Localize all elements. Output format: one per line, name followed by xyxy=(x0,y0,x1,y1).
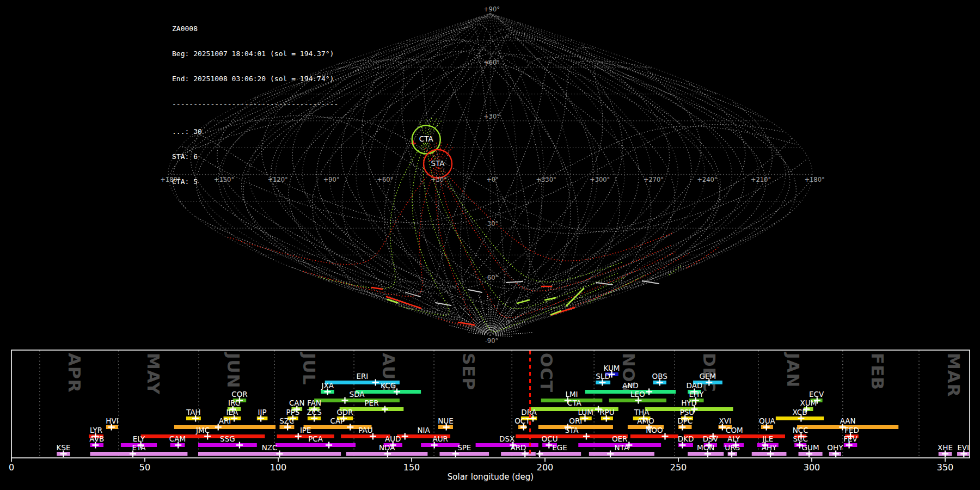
grid-meridian xyxy=(491,14,786,336)
shower-label-irc: IRC xyxy=(228,399,240,407)
month-label-apr: APR xyxy=(65,353,84,393)
shower-label-spe: SPE xyxy=(457,443,471,452)
shower-peak-marker-sda xyxy=(342,397,348,404)
x-axis-title: Solar longitude (deg) xyxy=(448,472,534,482)
observation-info-panel: ZA0008 Beg: 20251007 18:04:01 (sol = 194… xyxy=(172,8,338,203)
shower-row-7: LYRJMCIPEPAUNIASTANOOCOMNCCFED xyxy=(89,426,859,440)
shower-peak-marker-eri xyxy=(372,379,379,386)
shower-label-eri: ERI xyxy=(356,372,368,381)
shower-label-ari: ARI xyxy=(219,416,231,425)
shower-label-rpu: RPU xyxy=(599,408,614,416)
separator-line: --------------------------------------- xyxy=(172,100,338,108)
shower-label-ipe: IPE xyxy=(300,426,311,434)
shower-label-urs: URS xyxy=(725,443,740,452)
shower-label-amo: AMO xyxy=(637,416,654,425)
lon-label: +330° xyxy=(536,176,556,183)
x-tick-label: 200 xyxy=(537,462,554,473)
green-meteor-segment xyxy=(545,298,555,300)
shower-label-kcg: KCG xyxy=(381,381,396,390)
green-meteor-segment xyxy=(517,300,529,303)
shower-label-ahy: AHY xyxy=(762,443,777,452)
shower-bar-eta xyxy=(90,452,188,456)
month-label-jan: JAN xyxy=(783,352,803,388)
shower-label-iea: IEA xyxy=(226,408,239,416)
x-tick-label: 250 xyxy=(670,462,687,473)
shower-label-oer: OER xyxy=(612,434,628,443)
shower-label-gdr: GDR xyxy=(336,408,353,416)
shower-label-dsv: DSV xyxy=(703,434,719,443)
sky-and-timeline-svg: CTASTA+180°+150°+120°+90°+60°+30°+0°+330… xyxy=(0,0,980,490)
shower-label-tha: THA xyxy=(634,408,650,416)
shower-label-xvi: XVI xyxy=(719,416,731,425)
lon-label: +180° xyxy=(804,176,824,183)
shower-label-jle: JLE xyxy=(762,434,773,443)
shower-label-oct: OCT xyxy=(514,416,530,425)
shower-label-fev: FEV xyxy=(843,434,857,443)
pole-fan-ray xyxy=(493,313,504,331)
shower-label-nue: NUE xyxy=(438,416,454,425)
shower-label-ege: EGE xyxy=(552,443,567,452)
shower-label-tah: TAH xyxy=(186,408,201,416)
pole-fan-ray xyxy=(494,309,516,332)
shower-label-and: AND xyxy=(622,381,639,390)
shower-label-sda: SDA xyxy=(350,390,365,399)
shower-peak-marker-ege xyxy=(536,451,543,457)
shower-label-nta: NTA xyxy=(615,443,629,452)
sporadic-count: ...: 30 xyxy=(172,127,338,136)
shower-label-aly: ALY xyxy=(727,434,740,443)
shower-peak-marker-nia xyxy=(402,433,408,440)
screenshot-root: CTASTA+180°+150°+120°+90°+60°+30°+0°+330… xyxy=(0,0,980,490)
lon-label: +240° xyxy=(697,176,717,183)
shower-label-sld: SLD xyxy=(596,372,610,381)
white-meteor-segment xyxy=(468,290,482,292)
shower-label-nia: NIA xyxy=(417,426,430,434)
shower-label-ncc: NCC xyxy=(793,426,808,434)
pole-fan-ray xyxy=(491,305,494,330)
shower-bar-sda xyxy=(314,399,400,402)
shower-peak-marker-and xyxy=(646,389,652,395)
x-axis: 050100150200250300350Solar longitude (de… xyxy=(9,458,953,482)
white-meteor-segment xyxy=(436,303,451,305)
shower-label-nzc: NZC xyxy=(262,443,278,452)
shower-bar-ege xyxy=(538,452,581,456)
shower-bar-dsx xyxy=(476,443,538,447)
x-tick-label: 300 xyxy=(804,462,820,473)
lon-label: +60° xyxy=(377,176,393,183)
shower-label-cta: CTA xyxy=(567,399,582,407)
red-meteor-segment xyxy=(372,287,382,289)
shower-label-psu: PSU xyxy=(680,408,695,416)
pole-fan-ray xyxy=(495,336,513,336)
month-label-feb: FEB xyxy=(868,353,887,390)
lat-label: +60° xyxy=(483,59,500,66)
x-tick-label: 100 xyxy=(270,462,287,473)
lat-label: -30° xyxy=(485,220,499,228)
sporadic-track xyxy=(313,62,651,287)
shower-peak-marker-pca xyxy=(326,442,332,449)
shower-label-hvi: HVI xyxy=(106,416,118,425)
pole-fan-ray xyxy=(459,305,486,332)
shower-peak-marker-sta xyxy=(583,433,590,440)
shower-label-mon: MON xyxy=(697,443,714,452)
station-id: ZA0008 xyxy=(172,24,338,33)
lon-label: +30° xyxy=(431,176,447,183)
shower-label-leo: LEO xyxy=(630,390,645,399)
shower-bar-sta xyxy=(516,434,628,438)
shower-label-iip: IIP xyxy=(258,408,267,416)
shower-bar-jmc xyxy=(141,434,265,438)
shower-label-dra: DRA xyxy=(521,408,537,416)
month-label-may: MAY xyxy=(144,353,163,395)
month-label-sep: SEP xyxy=(459,353,479,390)
shower-label-gum: GUM xyxy=(802,443,819,452)
shower-label-avb: AVB xyxy=(89,434,104,443)
month-label-jun: JUN xyxy=(224,352,243,389)
lat-label: -90° xyxy=(485,337,499,345)
end-time-line: End: 20251008 03:06:20 (sol = 194.74°) xyxy=(172,75,338,83)
shower-label-ocu: OCU xyxy=(542,434,558,443)
timeline-panel: APRMAYJUNJULAUGSEPOCTNOVDECJANFEBMARKUME… xyxy=(9,350,970,482)
begin-time-line: Beg: 20251007 18:04:01 (sol = 194.37°) xyxy=(172,50,338,58)
shower-bar-pau xyxy=(341,434,390,438)
lon-label: +300° xyxy=(590,176,610,183)
shower-peak-marker-per xyxy=(382,406,388,413)
lat-label: +30° xyxy=(483,113,500,120)
shower-bar-nzc xyxy=(198,452,341,456)
